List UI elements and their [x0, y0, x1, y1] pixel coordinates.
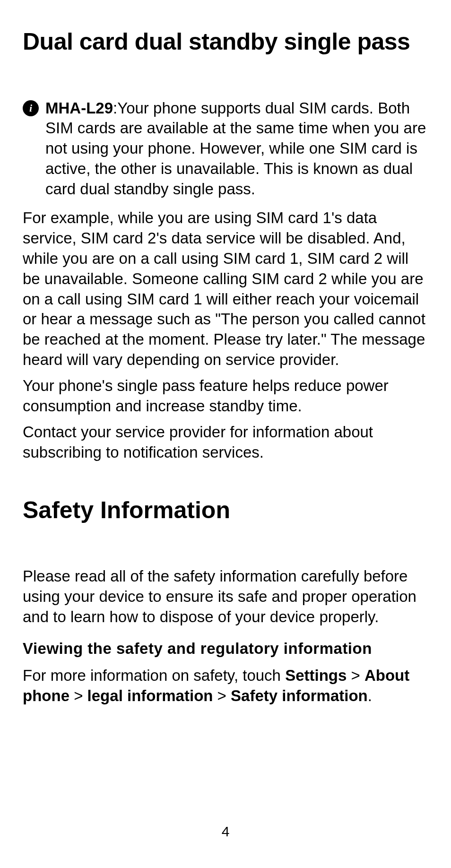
page-number: 4 — [23, 824, 428, 840]
info-icon-glyph: i — [23, 100, 39, 116]
heading-safety-information: Safety Information — [23, 497, 428, 524]
nav-path-line: For more information on safety, touch Se… — [23, 666, 428, 706]
heading-viewing-safety: Viewing the safety and regulatory inform… — [23, 639, 428, 659]
nav-step-safety-information: Safety information — [231, 687, 368, 704]
paragraph-contact: Contact your service provider for inform… — [23, 422, 428, 463]
info-icon: i — [23, 100, 39, 116]
nav-sep: > — [69, 687, 87, 704]
paragraph-single-pass: Your phone's single pass feature helps r… — [23, 376, 428, 417]
info-text: MHA-L29:Your phone supports dual SIM car… — [45, 98, 428, 200]
nav-sep: > — [347, 667, 364, 684]
paragraph-safety-intro: Please read all of the safety informatio… — [23, 566, 428, 627]
nav-step-settings: Settings — [285, 667, 347, 684]
nav-prefix: For more information on safety, touch — [23, 667, 285, 684]
nav-step-legal-information: legal information — [87, 687, 213, 704]
heading-dual-card: Dual card dual standby single pass — [23, 28, 428, 56]
paragraph-example: For example, while you are using SIM car… — [23, 208, 428, 370]
info-callout: i MHA-L29:Your phone supports dual SIM c… — [23, 98, 428, 200]
info-model: MHA-L29 — [45, 99, 113, 117]
nav-sep: > — [213, 687, 231, 704]
nav-suffix: . — [368, 687, 372, 704]
